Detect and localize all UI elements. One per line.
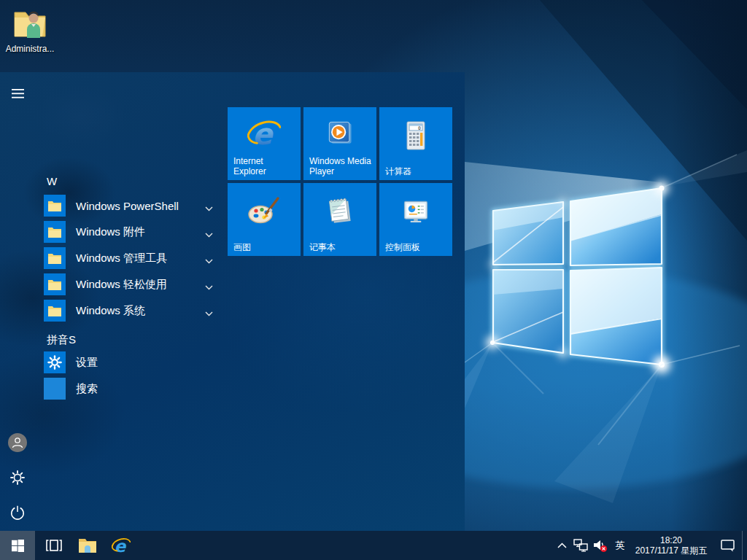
internet-explorer-icon: e — [112, 536, 131, 555]
folder-icon — [44, 273, 66, 295]
tile-label: Windows Media Player — [309, 156, 372, 176]
tile-windows-media-player[interactable]: Windows Media Player — [303, 107, 376, 180]
speaker-muted-icon — [593, 539, 608, 553]
chevron-up-icon — [557, 542, 567, 548]
windows-logo-icon — [12, 540, 24, 552]
app-list-item-label: Windows 轻松使用 — [76, 278, 167, 292]
tray-network-button[interactable] — [571, 531, 590, 560]
blank-blue-tile-icon — [44, 378, 66, 400]
paint-icon — [247, 195, 282, 230]
app-list-item-label: Windows 系统 — [76, 304, 145, 318]
start-menu-hamburger-button[interactable] — [6, 82, 29, 105]
start-menu-settings-button[interactable] — [6, 466, 29, 489]
start-tiles-group: e Internet Explorer Windows — [228, 107, 452, 256]
internet-explorer-icon: e — [247, 117, 281, 153]
chevron-down-icon[interactable] — [205, 254, 213, 267]
system-tray: 英 18:20 2017/11/17 星期五 — [552, 531, 747, 560]
control-panel-icon — [400, 198, 432, 230]
start-menu-user-button[interactable] — [6, 431, 29, 454]
gear-icon — [9, 470, 26, 486]
app-list-item-windows-accessories[interactable]: Windows 附件 — [44, 221, 216, 243]
taskbar: e — [0, 531, 747, 560]
tile-label: 画图 — [233, 242, 296, 252]
task-view-icon — [46, 540, 62, 551]
app-list-item-label: Windows 附件 — [76, 225, 145, 239]
power-icon — [9, 505, 26, 521]
app-list-section-header-pinyin-s: 拼音S — [47, 333, 76, 347]
tile-calculator[interactable]: 0 计算器 — [379, 107, 452, 180]
action-center-icon — [721, 539, 735, 552]
tile-internet-explorer[interactable]: e Internet Explorer — [228, 107, 301, 180]
chevron-down-icon[interactable] — [205, 201, 213, 214]
hamburger-icon — [12, 89, 24, 98]
folder-icon — [44, 300, 66, 322]
tile-label: 记事本 — [309, 242, 372, 252]
tray-time: 18:20 — [660, 535, 682, 545]
start-button[interactable] — [0, 531, 35, 560]
tile-label: Internet Explorer — [233, 156, 296, 176]
windows-media-player-icon — [324, 117, 356, 152]
folder-icon — [44, 221, 66, 243]
notepad-icon — [324, 195, 356, 230]
tile-label: 控制面板 — [385, 242, 448, 252]
calculator-icon: 0 — [401, 120, 430, 155]
desktop-icon-label: Administra... — [1, 44, 58, 54]
tray-action-center-button[interactable] — [713, 531, 742, 560]
start-menu-power-button[interactable] — [6, 501, 29, 524]
folder-icon — [44, 195, 66, 217]
app-list-item-label: Windows PowerShell — [76, 200, 179, 212]
tile-paint[interactable]: 画图 — [228, 183, 301, 256]
tray-date: 2017/11/17 星期五 — [635, 545, 708, 556]
chevron-down-icon[interactable] — [205, 228, 213, 241]
app-list-item-label: 搜索 — [76, 382, 98, 396]
chevron-down-icon[interactable] — [205, 280, 213, 293]
folder-icon — [44, 247, 66, 269]
tray-show-hidden-icons-button[interactable] — [552, 531, 571, 560]
tray-ime-indicator[interactable]: 英 — [611, 531, 630, 560]
desktop-icon-administrator[interactable]: Administra... — [1, 6, 58, 54]
taskbar-file-explorer-button[interactable] — [73, 531, 102, 560]
svg-text:0: 0 — [418, 125, 421, 131]
gear-icon — [44, 351, 66, 373]
app-list-item-windows-powershell[interactable]: Windows PowerShell — [44, 195, 216, 217]
app-list-item-windows-ease-of-access[interactable]: Windows 轻松使用 — [44, 273, 216, 295]
show-desktop-button[interactable] — [742, 531, 747, 560]
app-list-item-label: 设置 — [76, 356, 98, 370]
tray-clock[interactable]: 18:20 2017/11/17 星期五 — [630, 531, 713, 560]
tile-control-panel[interactable]: 控制面板 — [379, 183, 452, 256]
app-list-item-settings[interactable]: 设置 — [44, 351, 216, 373]
app-list-item-windows-admin-tools[interactable]: Windows 管理工具 — [44, 247, 216, 269]
start-menu: W Windows PowerShell Windows 附件 Windows … — [0, 72, 465, 531]
taskbar-task-view-button[interactable] — [39, 531, 69, 560]
file-explorer-icon — [78, 537, 97, 553]
tile-notepad[interactable]: 记事本 — [303, 183, 376, 256]
tray-volume-button[interactable] — [590, 531, 611, 560]
app-list-item-windows-system[interactable]: Windows 系统 — [44, 300, 216, 322]
app-list-section-header-w: W — [47, 175, 57, 187]
app-list-item-label: Windows 管理工具 — [76, 252, 167, 265]
user-folder-icon — [12, 6, 47, 42]
app-list-item-search[interactable]: 搜索 — [44, 378, 216, 400]
network-icon — [573, 539, 588, 552]
user-avatar-icon — [7, 432, 28, 453]
tile-label: 计算器 — [385, 166, 448, 176]
chevron-down-icon[interactable] — [205, 306, 213, 319]
taskbar-internet-explorer-button[interactable]: e — [107, 531, 136, 560]
